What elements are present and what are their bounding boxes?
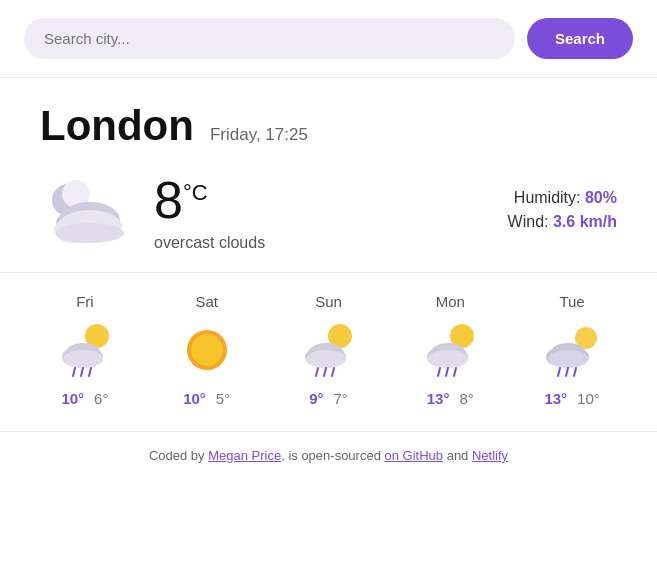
- city-name: London: [40, 102, 194, 150]
- high-temp: 10°: [183, 390, 206, 407]
- svg-line-24: [316, 368, 318, 376]
- high-temp: 9°: [309, 390, 323, 407]
- netlify-link[interactable]: Netlify: [472, 448, 508, 463]
- weather-right: Humidity: 80% Wind: 3.6 km/h: [508, 189, 617, 237]
- humidity: Humidity: 80%: [508, 189, 617, 207]
- svg-point-31: [428, 350, 468, 368]
- high-temp: 10°: [61, 390, 84, 407]
- forecast-day: Tue 13° 10°: [527, 293, 617, 407]
- svg-line-15: [81, 368, 83, 376]
- city-header: London Friday, 17:25: [40, 102, 617, 150]
- temperature-block: 8°C overcast clouds: [154, 174, 265, 252]
- svg-line-25: [324, 368, 326, 376]
- high-temp: 13°: [427, 390, 450, 407]
- day-label: Mon: [436, 293, 465, 310]
- weather-description: overcast clouds: [154, 234, 265, 252]
- wind: Wind: 3.6 km/h: [508, 213, 617, 231]
- forecast-temps: 13° 10°: [544, 390, 599, 407]
- day-label: Sat: [195, 293, 218, 310]
- forecast-day: Mon 13° 8°: [405, 293, 495, 407]
- low-temp: 8°: [459, 390, 473, 407]
- forecast-icon: [175, 318, 239, 382]
- low-temp: 10°: [577, 390, 600, 407]
- forecast-icon: [418, 318, 482, 382]
- forecast-day: Sat 10° 5°: [162, 293, 252, 407]
- svg-line-26: [332, 368, 334, 376]
- forecast-temps: 10° 5°: [183, 390, 230, 407]
- svg-line-33: [446, 368, 448, 376]
- svg-line-40: [558, 368, 560, 376]
- forecast-temps: 13° 8°: [427, 390, 474, 407]
- author-link[interactable]: Megan Price: [208, 448, 281, 463]
- search-bar: Search: [0, 0, 657, 78]
- forecast-temps: 10° 6°: [61, 390, 108, 407]
- forecast-icon: [296, 318, 360, 382]
- forecast-icon: [53, 318, 117, 382]
- svg-point-23: [306, 350, 346, 368]
- weather-icon: [40, 178, 130, 248]
- weather-details: 8°C overcast clouds Humidity: 80% Wind: …: [40, 174, 617, 252]
- svg-line-41: [566, 368, 568, 376]
- day-label: Sun: [315, 293, 342, 310]
- weather-left: 8°C overcast clouds: [40, 174, 265, 252]
- svg-line-32: [438, 368, 440, 376]
- low-temp: 7°: [333, 390, 347, 407]
- day-label: Fri: [76, 293, 94, 310]
- github-link[interactable]: on GitHub: [385, 448, 444, 463]
- low-temp: 5°: [216, 390, 230, 407]
- forecast-day: Fri 10° 6°: [40, 293, 130, 407]
- svg-point-13: [63, 350, 103, 368]
- svg-point-39: [548, 350, 588, 368]
- search-button[interactable]: Search: [527, 18, 633, 59]
- svg-line-14: [73, 368, 75, 376]
- search-input[interactable]: [24, 18, 515, 59]
- day-label: Tue: [559, 293, 584, 310]
- svg-point-8: [56, 223, 124, 243]
- city-date: Friday, 17:25: [210, 125, 308, 145]
- forecast-day: Sun 9° 7°: [283, 293, 373, 407]
- temperature: 8°C: [154, 174, 265, 226]
- svg-point-18: [191, 334, 223, 366]
- footer: Coded by Megan Price, is open-sourced on…: [0, 432, 657, 479]
- main-weather: London Friday, 17:25 8°C: [0, 78, 657, 273]
- forecast: Fri 10° 6° Sat 10° 5° Sun: [0, 273, 657, 432]
- svg-line-16: [89, 368, 91, 376]
- forecast-icon: [540, 318, 604, 382]
- svg-line-42: [574, 368, 576, 376]
- svg-line-34: [454, 368, 456, 376]
- low-temp: 6°: [94, 390, 108, 407]
- forecast-temps: 9° 7°: [309, 390, 348, 407]
- high-temp: 13°: [544, 390, 567, 407]
